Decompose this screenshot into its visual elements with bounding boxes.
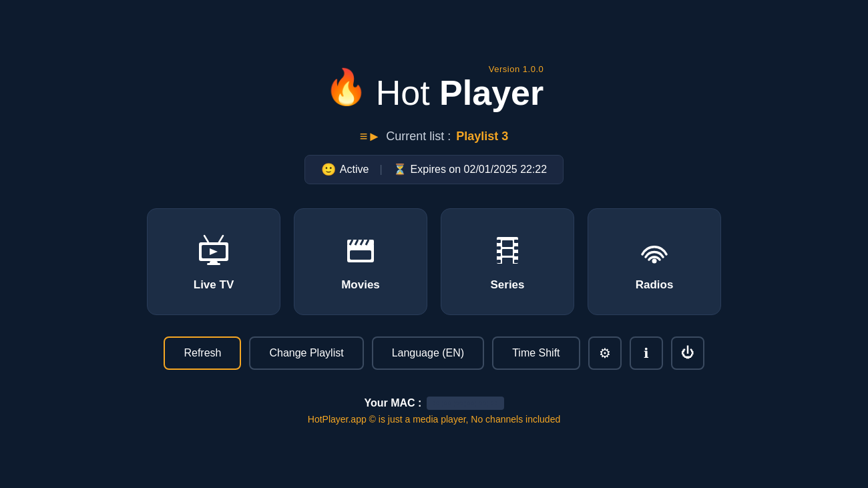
smiley-icon: 🙂	[321, 162, 336, 177]
status-badge: 🙂 Active | ⏳ Expires on 02/01/2025 22:22	[304, 155, 564, 184]
current-list-row: ≡► Current list : Playlist 3	[360, 129, 509, 144]
media-grid: Live TV Movies	[147, 208, 721, 315]
time-shift-button[interactable]: Time Shift	[492, 336, 580, 370]
language-button[interactable]: Language (EN)	[372, 336, 485, 370]
settings-button[interactable]: ⚙	[588, 336, 622, 370]
mac-label: Your MAC :	[364, 397, 421, 409]
app-title: Hot Player	[376, 75, 544, 110]
svg-rect-14	[350, 250, 371, 260]
power-button[interactable]: ⏻	[671, 336, 704, 370]
playlist-icon: ≡►	[360, 129, 381, 144]
current-list-name: Playlist 3	[456, 130, 508, 144]
radios-label: Radios	[636, 278, 674, 292]
info-icon: ℹ	[644, 345, 649, 361]
svg-rect-6	[207, 263, 220, 265]
refresh-button[interactable]: Refresh	[164, 336, 241, 370]
series-card[interactable]: Series	[441, 208, 574, 315]
footer-copyright: HotPlayer.app © is just a media player, …	[308, 414, 560, 425]
svg-line-3	[204, 236, 208, 242]
version-text: Version 1.0.0	[489, 64, 544, 74]
radios-icon	[636, 232, 673, 269]
mac-row: Your MAC : ••:••:••:••:••:••	[364, 397, 503, 410]
active-label: Active	[340, 164, 369, 176]
current-list-label: Current list :	[386, 130, 451, 144]
movies-label: Movies	[341, 278, 380, 292]
svg-rect-23	[514, 260, 518, 263]
title-light: Hot	[376, 73, 439, 112]
svg-rect-24	[502, 240, 513, 247]
live-tv-label: Live TV	[194, 278, 234, 292]
change-playlist-button[interactable]: Change Playlist	[249, 336, 363, 370]
flame-icon: 🔥	[324, 69, 368, 104]
movies-icon	[342, 232, 379, 269]
hourglass-icon: ⏳	[393, 163, 407, 176]
expires-status: ⏳ Expires on 02/01/2025 22:22	[393, 163, 548, 176]
title-bold: Player	[439, 73, 544, 112]
svg-rect-26	[502, 258, 513, 264]
svg-rect-25	[502, 249, 513, 256]
power-icon: ⏻	[681, 345, 694, 360]
svg-rect-19	[497, 260, 501, 263]
info-button[interactable]: ℹ	[630, 336, 663, 370]
logo-area: 🔥 Version 1.0.0 Hot Player	[324, 64, 544, 110]
live-tv-icon	[195, 232, 232, 269]
active-status: 🙂 Active	[321, 162, 369, 177]
svg-point-27	[652, 258, 657, 263]
svg-rect-16	[497, 240, 501, 243]
svg-rect-17	[497, 246, 501, 250]
series-icon	[489, 232, 526, 269]
svg-rect-22	[514, 253, 518, 256]
series-label: Series	[490, 278, 524, 292]
expires-label: Expires on 02/01/2025 22:22	[411, 164, 548, 176]
radios-card[interactable]: Radios	[588, 208, 721, 315]
gear-icon: ⚙	[599, 345, 611, 361]
mac-value: ••:••:••:••:••:••	[427, 397, 503, 410]
svg-rect-20	[514, 240, 518, 243]
svg-rect-21	[514, 246, 518, 250]
svg-line-4	[219, 236, 223, 242]
footer: Your MAC : ••:••:••:••:••:•• HotPlayer.a…	[308, 397, 560, 425]
svg-rect-18	[497, 253, 501, 256]
separator: |	[379, 164, 382, 176]
logo-text-wrap: Version 1.0.0 Hot Player	[376, 64, 544, 110]
live-tv-card[interactable]: Live TV	[147, 208, 280, 315]
movies-card[interactable]: Movies	[294, 208, 427, 315]
toolbar: Refresh Change Playlist Language (EN) Ti…	[164, 336, 704, 370]
